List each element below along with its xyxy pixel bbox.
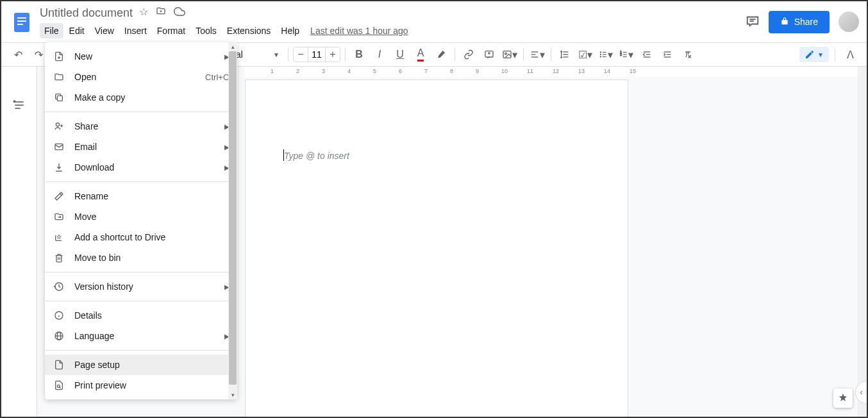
menu-item-download[interactable]: Download▶ bbox=[45, 157, 237, 178]
user-avatar[interactable] bbox=[839, 12, 859, 32]
share-button[interactable]: Share bbox=[769, 11, 830, 33]
add-comment-button[interactable] bbox=[480, 46, 498, 63]
menu-insert[interactable]: Insert bbox=[120, 23, 151, 38]
document-outline-icon[interactable] bbox=[13, 99, 26, 114]
menu-item-open[interactable]: OpenCtrl+O bbox=[45, 67, 237, 87]
insert-image-button[interactable]: ▾ bbox=[501, 46, 519, 63]
menu-view[interactable]: View bbox=[90, 23, 119, 38]
undo-button[interactable]: ↶ bbox=[9, 46, 27, 63]
line-spacing-button[interactable] bbox=[556, 46, 574, 63]
svg-point-19 bbox=[600, 56, 601, 57]
menu-item-move-to-bin[interactable]: Move to bin bbox=[45, 247, 237, 268]
svg-rect-1 bbox=[17, 17, 26, 19]
horizontal-ruler[interactable]: 1 2 3 4 5 6 7 8 9 10 11 12 13 14 15 bbox=[245, 67, 867, 77]
scroll-thumb[interactable] bbox=[229, 51, 237, 385]
file-new-icon bbox=[53, 51, 65, 62]
document-title[interactable]: Untitled document bbox=[40, 6, 133, 20]
dropdown-scrollbar[interactable]: ▴ ▾ bbox=[228, 42, 237, 399]
last-edit-link[interactable]: Last edit was 1 hour ago bbox=[310, 26, 408, 36]
title-row: Untitled document ☆ bbox=[40, 4, 746, 22]
star-icon[interactable]: ☆ bbox=[139, 6, 148, 20]
menu-file[interactable]: File bbox=[40, 23, 63, 38]
dropdown-section-4: Details Language▶ bbox=[45, 305, 237, 346]
svg-text:2: 2 bbox=[620, 53, 622, 56]
menu-item-language[interactable]: Language▶ bbox=[45, 326, 237, 346]
checklist-button[interactable]: ☑▾ bbox=[576, 46, 594, 63]
menu-item-email[interactable]: Email▶ bbox=[45, 137, 237, 157]
numbered-list-button[interactable]: 12▾ bbox=[617, 46, 635, 63]
svg-rect-38 bbox=[57, 96, 62, 101]
move-folder-icon[interactable] bbox=[156, 6, 166, 20]
lock-icon bbox=[780, 17, 789, 28]
menu-tools[interactable]: Tools bbox=[191, 23, 221, 38]
menu-format[interactable]: Format bbox=[153, 23, 190, 38]
menu-item-details[interactable]: Details bbox=[45, 305, 237, 326]
side-panel-expand-button[interactable]: ‹ bbox=[855, 381, 867, 404]
underline-button[interactable]: U bbox=[391, 46, 409, 63]
title-icons: ☆ bbox=[139, 6, 185, 20]
bullet-list-button[interactable]: ▾ bbox=[597, 46, 615, 63]
dropdown-section-5: Page setup Print preview bbox=[45, 355, 237, 396]
trash-icon bbox=[53, 253, 65, 263]
explore-button[interactable] bbox=[833, 389, 853, 408]
dropdown-section-1: Share▶ Email▶ Download▶ bbox=[45, 116, 237, 178]
font-family-select[interactable]: al▼ bbox=[232, 47, 283, 62]
italic-button[interactable]: I bbox=[371, 46, 388, 63]
align-button[interactable]: ▾ bbox=[528, 46, 546, 63]
dropdown-section-3: Version history▶ bbox=[45, 276, 237, 297]
dropdown-section-0: New▶ OpenCtrl+O Make a copy bbox=[45, 46, 237, 108]
menu-item-page-setup[interactable]: Page setup bbox=[45, 355, 237, 375]
shortcut-icon bbox=[53, 232, 65, 242]
svg-rect-54 bbox=[13, 101, 15, 102]
app-header: Untitled document ☆ File Edit View Inser… bbox=[1, 1, 867, 42]
cloud-status-icon[interactable] bbox=[174, 6, 185, 20]
page-placeholder: Type @ to insert bbox=[284, 151, 349, 161]
download-icon bbox=[53, 162, 65, 172]
title-area: Untitled document ☆ File Edit View Inser… bbox=[40, 4, 746, 40]
mail-icon bbox=[53, 142, 65, 152]
svg-rect-2 bbox=[17, 21, 26, 22]
menu-item-share[interactable]: Share▶ bbox=[45, 116, 237, 137]
move-icon bbox=[53, 212, 65, 222]
highlight-button[interactable] bbox=[432, 46, 450, 63]
vertical-scrollbar[interactable] bbox=[858, 67, 867, 417]
menu-item-new[interactable]: New▶ bbox=[45, 46, 237, 67]
docs-logo-icon[interactable] bbox=[9, 9, 35, 35]
clear-formatting-button[interactable] bbox=[679, 46, 697, 63]
menu-item-move[interactable]: Move bbox=[45, 206, 237, 227]
rename-icon bbox=[53, 191, 65, 201]
person-add-icon bbox=[53, 121, 65, 131]
menu-item-print-preview[interactable]: Print preview bbox=[45, 375, 237, 396]
menu-edit[interactable]: Edit bbox=[65, 23, 89, 38]
collapse-toolbar-button[interactable]: ᐱ bbox=[841, 46, 859, 63]
menu-item-add-shortcut[interactable]: Add a shortcut to Drive bbox=[45, 227, 237, 247]
svg-point-10 bbox=[505, 53, 507, 54]
menu-extensions[interactable]: Extensions bbox=[222, 23, 275, 38]
info-icon bbox=[53, 310, 65, 321]
bold-button[interactable]: B bbox=[350, 46, 368, 63]
increase-indent-button[interactable] bbox=[658, 46, 676, 63]
scroll-up-icon[interactable]: ▴ bbox=[228, 42, 237, 51]
left-gutter bbox=[1, 67, 37, 417]
scroll-down-icon[interactable]: ▾ bbox=[228, 390, 237, 399]
font-size-decrease[interactable]: − bbox=[294, 47, 308, 62]
menu-help[interactable]: Help bbox=[276, 23, 304, 38]
text-color-button[interactable]: A bbox=[412, 46, 430, 63]
insert-link-button[interactable] bbox=[460, 46, 478, 63]
menu-item-rename[interactable]: Rename bbox=[45, 186, 237, 206]
decrease-indent-button[interactable] bbox=[638, 46, 656, 63]
dropdown-section-2: Rename Move Add a shortcut to Drive Move… bbox=[45, 186, 237, 268]
header-right: Share bbox=[746, 11, 859, 33]
svg-point-18 bbox=[600, 54, 601, 54]
editing-mode-button[interactable]: ▼ bbox=[799, 47, 829, 62]
font-size-increase[interactable]: + bbox=[326, 47, 340, 62]
svg-rect-0 bbox=[14, 13, 29, 32]
folder-open-icon bbox=[53, 72, 65, 82]
copy-icon bbox=[53, 92, 65, 103]
menu-item-make-copy[interactable]: Make a copy bbox=[45, 87, 237, 108]
svg-point-17 bbox=[600, 52, 601, 53]
document-page[interactable]: Type @ to insert bbox=[245, 79, 628, 417]
menu-item-version-history[interactable]: Version history▶ bbox=[45, 276, 237, 297]
comments-icon[interactable] bbox=[746, 13, 760, 30]
font-size-value[interactable]: 11 bbox=[308, 47, 326, 62]
